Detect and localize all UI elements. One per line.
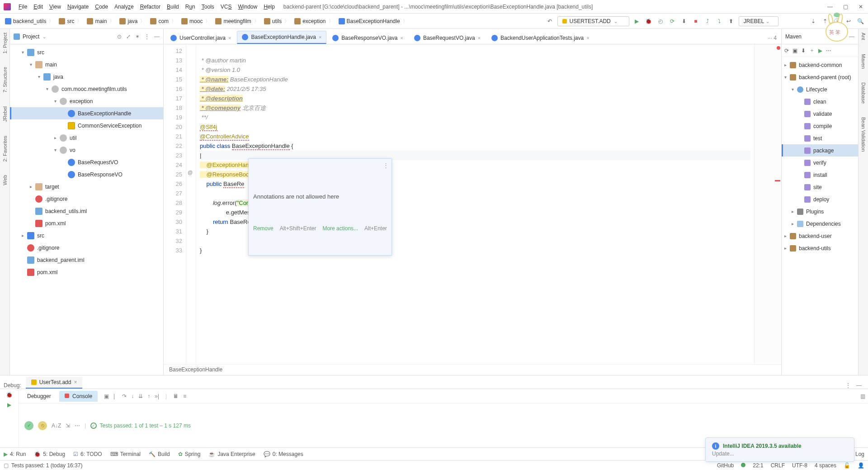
sort-icon[interactable]: A↓Z [52,423,61,429]
resume-icon[interactable]: ▶ [7,402,11,408]
tool-build[interactable]: 🔨Build [149,451,170,457]
maven-generate-icon[interactable]: ▣ [793,47,797,54]
editor-tab[interactable]: UserController.java× [165,32,236,44]
menu-run[interactable]: Run [182,4,198,10]
maven-more-icon[interactable]: ⋯ [826,47,831,54]
maven-item-backend-utils[interactable]: ▸backend-utils [782,242,858,254]
close-icon[interactable]: × [586,35,589,41]
error-marker[interactable] [775,180,780,181]
nav-back-icon[interactable]: ↶ [546,17,554,25]
trace-icon[interactable]: ≡ [183,393,186,399]
threads-icon[interactable]: ▣ [104,393,109,399]
step-out-icon[interactable]: ↑ [147,393,150,399]
menu-help[interactable]: Help [260,4,278,10]
history-icon[interactable]: ⋯ [75,423,80,429]
debug-icon[interactable]: 🐞 [645,17,653,25]
hide-icon[interactable]: — [154,33,160,40]
tree-item-commonserviceexception[interactable]: CommonServiceException [10,119,163,132]
status-indent[interactable]: 4 spaces [815,462,836,469]
vcs-update-icon[interactable]: ⬆ [727,17,735,25]
menu-file[interactable]: File [15,4,30,10]
tool-favorites[interactable]: 2: Favorites [2,136,8,161]
run-config-selector[interactable]: USERTEST.ADD ⌄ [557,16,629,26]
maven-item-clean[interactable]: clean [782,95,858,108]
menu-navigate[interactable]: Navigate [64,4,92,10]
balloon-action[interactable]: Update... [712,451,848,457]
crumb-utils[interactable]: utils〉 [263,17,291,25]
maven-item-validate[interactable]: validate [782,108,858,120]
maven-item-backend-user[interactable]: ▸backend-user [782,230,858,242]
code-editor[interactable]: * @author martin * @version 1.0 * @name:… [196,44,754,364]
jrebel-run-icon[interactable]: ⤴ [703,17,712,25]
tool-spring[interactable]: ✿Spring [178,451,201,457]
tool-jrebel[interactable]: JRebel [2,106,8,122]
settings-icon[interactable]: ⋮ [144,33,150,40]
tree-item-backend_utils-iml[interactable]: backend_utils.iml [10,205,163,217]
debug-hide-icon[interactable]: — [854,382,864,389]
tree-item-backend_parent-iml[interactable]: backend_parent.iml [10,254,163,266]
tool-maven[interactable]: Maven [861,54,866,69]
tool-ant[interactable]: Ant [861,33,866,40]
force-step-icon[interactable]: ⇊ [138,393,143,399]
tree-item-pom-xml[interactable]: pom.xml [10,217,163,229]
maven-item-deploy[interactable]: deploy [782,193,858,205]
maven-add-icon[interactable]: ＋ [809,47,815,54]
maven-download-icon[interactable]: ⬇ [801,47,806,54]
crumb-class[interactable]: BaseExceptionHandle〉 [337,17,410,25]
run-icon[interactable]: ▶ [633,17,641,25]
editor-breadcrumb[interactable]: BaseExceptionHandle [164,364,781,375]
maven-item-compile[interactable]: compile [782,120,858,132]
maven-item-lifecycle[interactable]: ▾Lifecycle [782,83,858,95]
debug-config-tab[interactable]: UserTest.add × [26,377,83,389]
status-inspect-icon[interactable]: 👤 [858,462,864,469]
status-encoding[interactable]: UTF-8 [792,462,807,469]
status-cursor[interactable]: 22:1 [753,462,763,469]
close-icon[interactable]: × [74,379,77,385]
project-tree[interactable]: ▾src▾main▾java▾com.mooc.meetingfilm.util… [10,44,163,375]
error-marker[interactable] [777,46,780,50]
debugger-tab[interactable]: Debugger [22,391,57,402]
maven-item-site[interactable]: site [782,181,858,193]
locate-icon[interactable]: ⊙ [117,33,122,40]
tree-item-pom-xml[interactable]: pom.xml [10,266,163,278]
tool-debug[interactable]: 🐞5: Debug [34,451,65,457]
intention-menu-icon[interactable]: ⋮ [383,161,389,170]
tree-item-target[interactable]: ▸target [10,180,163,193]
window-close[interactable]: ✕ [857,3,864,10]
tree-item--gitignore[interactable]: .gitignore [10,193,163,205]
error-stripe[interactable] [754,44,781,364]
maven-run-icon[interactable]: ▶ [818,47,822,54]
intention-more-action[interactable]: More actions... [322,224,358,233]
tree-item-src[interactable]: ▸src [10,229,163,242]
maven-item-package[interactable]: package [782,144,858,157]
export-icon[interactable]: ⇲ [66,423,70,429]
crumb-main[interactable]: main〉 [85,17,116,25]
profile-icon[interactable]: ⟳ [668,17,676,25]
close-icon[interactable]: × [478,35,481,41]
menu-tools[interactable]: Tools [198,4,217,10]
menu-edit[interactable]: Edit [30,4,46,10]
tool-database[interactable]: Database [861,82,866,104]
crumb-mooc[interactable]: mooc〉 [180,17,212,25]
maven-item-test[interactable]: test [782,132,858,144]
tool-bean-validation[interactable]: Bean Validation [861,117,866,152]
tool-todo[interactable]: ☑6: TODO [73,451,102,457]
tree-item-baserequestvo[interactable]: BaseRequestVO [10,156,163,168]
tool-project[interactable]: 1: Project [2,33,8,53]
tree-item-util[interactable]: ▸util [10,132,163,144]
maven-tree[interactable]: ▸backend-common▾backend-parent (root)▾Li… [782,57,858,375]
editor-tab[interactable]: BaseResponseVO.java× [327,32,408,44]
menu-build[interactable]: Build [164,4,182,10]
editor-tab[interactable]: BaseExceptionHandle.java× [237,31,326,44]
tree-item-com-mooc-meetingfilm-utils[interactable]: ▾com.mooc.meetingfilm.utils [10,83,163,95]
tool-messages[interactable]: 💬0: Messages [264,451,303,457]
search-icon[interactable]: 🔍 [856,17,864,25]
maven-item-backend-parent-root-[interactable]: ▾backend-parent (root) [782,71,858,83]
crumb-module[interactable]: backend_utils〉 [4,17,56,25]
crumb-meetingfilm[interactable]: meetingfilm〉 [214,17,260,25]
menu-window[interactable]: Window [235,4,260,10]
menu-view[interactable]: View [46,4,64,10]
crumb-java[interactable]: java〉 [118,17,147,25]
tree-item--gitignore[interactable]: .gitignore [10,242,163,254]
maven-item-plugins[interactable]: ▸Plugins [782,205,858,218]
